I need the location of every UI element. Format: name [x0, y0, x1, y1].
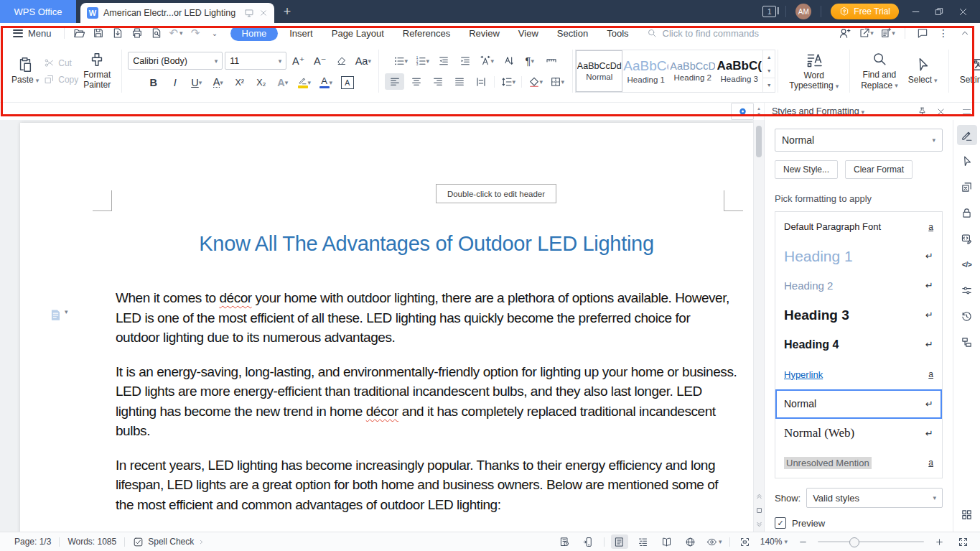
bold-button[interactable]: B [144, 74, 163, 91]
italic-button[interactable]: I [165, 74, 185, 91]
tab-close-icon[interactable] [259, 9, 268, 17]
panel-close-icon[interactable] [936, 107, 946, 116]
open-file-button[interactable] [70, 24, 89, 42]
style-item-unresolved-mention[interactable]: Unresolved Mentiona [775, 448, 942, 478]
collapse-ribbon-button[interactable] [955, 24, 974, 42]
document-tab[interactable]: W American Electr...or LED Lighting [80, 3, 274, 23]
browse-object-button[interactable] [757, 503, 762, 517]
misspelled-word[interactable]: décor [366, 404, 398, 419]
shading-button[interactable]: ▾ [526, 73, 545, 90]
font-size-select[interactable]: 11▾ [225, 52, 286, 70]
spell-check-button[interactable]: Spell Check [133, 537, 205, 547]
tab-section[interactable]: Section [548, 26, 597, 41]
minimize-button[interactable] [908, 6, 923, 17]
next-page-button[interactable] [755, 517, 763, 532]
previous-page-button[interactable] [755, 489, 763, 503]
superscript-button[interactable]: X² [230, 74, 249, 91]
new-tab-button[interactable]: + [274, 0, 300, 23]
text-effects-button[interactable]: A▾ [273, 74, 292, 91]
fullscreen-button[interactable] [954, 534, 971, 549]
gallery-scroll-up-icon[interactable]: ▲ [763, 50, 775, 64]
export-pdf-button[interactable] [108, 24, 128, 42]
style-heading1-cell[interactable]: AaBbCc Heading 1 [622, 50, 669, 92]
font-color-button[interactable]: A▾ [316, 74, 335, 91]
preview-checkbox[interactable]: ✓ [775, 517, 786, 529]
zoom-out-button[interactable] [794, 534, 811, 549]
scrollbar-top-arrows[interactable]: ▴▾ [754, 106, 764, 116]
history-version-button[interactable] [957, 306, 977, 326]
pushpin-icon[interactable] [917, 106, 928, 117]
selection-pane-button[interactable] [957, 151, 977, 171]
close-window-button[interactable] [956, 6, 970, 17]
style-item-normal-web[interactable]: Normal (Web)↵ [775, 419, 942, 448]
navigation-pane-button[interactable] [957, 332, 977, 352]
field-codes-button[interactable] [957, 228, 977, 249]
invite-collaborator-button[interactable] [835, 24, 854, 42]
numbered-list-button[interactable]: ▾ [412, 52, 431, 69]
clear-formatting-button[interactable] [332, 52, 351, 69]
character-border-button[interactable]: A [337, 74, 357, 91]
help-button[interactable] [957, 358, 977, 378]
page-view-button[interactable] [611, 534, 628, 549]
document-paragraph-3[interactable]: In recent years, LED lighting has become… [116, 455, 737, 515]
zoom-in-button[interactable] [930, 534, 948, 549]
show-styles-select[interactable]: Valid styles▾ [806, 488, 943, 508]
style-item-heading-3[interactable]: Heading 3↵ [775, 300, 942, 330]
print-preview-button[interactable] [147, 24, 167, 42]
distribute-text-button[interactable] [471, 73, 490, 90]
protect-document-button[interactable] [957, 203, 977, 223]
tab-page-layout[interactable]: Page Layout [322, 26, 393, 41]
format-painter-button[interactable]: FormatPainter [78, 50, 116, 92]
style-normal-cell[interactable]: AaBbCcDd Normal [576, 50, 622, 92]
undo-dropdown-icon[interactable]: ▾ [179, 29, 183, 37]
document-paragraph-2[interactable]: It is an energy-saving, long-lasting, an… [116, 362, 737, 441]
reading-location-button[interactable] [731, 103, 754, 120]
options-pane-button[interactable] [957, 280, 977, 300]
style-item-default-paragraph-font[interactable]: Default Paragraph Fonta [775, 212, 942, 241]
highlight-color-button[interactable]: ▾ [294, 74, 314, 91]
customize-quick-access-button[interactable]: ⌄ [205, 24, 225, 42]
document-page[interactable]: Double-click to edit header ▾ Know All T… [20, 123, 753, 532]
presentation-mode-icon[interactable] [244, 8, 254, 18]
new-style-button[interactable]: New Style... [775, 160, 838, 179]
tab-settings-button[interactable] [541, 52, 561, 69]
tab-references[interactable]: References [393, 26, 459, 41]
character-scale-button[interactable]: ▾ [477, 52, 496, 69]
command-search-input[interactable] [661, 27, 779, 40]
paste-button[interactable]: Paste [6, 55, 44, 87]
style-item-normal[interactable]: Normal↵ [775, 389, 942, 419]
panel-title[interactable]: Styles and Formatting [772, 106, 864, 116]
align-right-button[interactable] [428, 73, 447, 90]
cut-button[interactable]: Cut [44, 57, 78, 68]
document-history-button[interactable] [556, 534, 574, 549]
restore-window-button[interactable] [932, 6, 946, 17]
document-title[interactable]: Know All The Advantages of Outdoor LED L… [116, 231, 737, 256]
zoom-slider-handle[interactable] [849, 537, 859, 547]
tab-home[interactable]: Home [230, 26, 279, 41]
paragraph-options-icon[interactable]: ▾ [49, 308, 68, 322]
style-heading3-cell[interactable]: AaBbC( Heading 3 [716, 50, 762, 92]
read-mode-button[interactable] [658, 534, 676, 549]
font-family-select[interactable]: Calibri (Body)▾ [128, 52, 223, 70]
line-spacing-button[interactable]: ▾ [498, 73, 518, 90]
undo-button[interactable]: ↶▾ [167, 24, 186, 42]
share-button[interactable]: ▾ [857, 24, 876, 42]
select-button[interactable]: Select [903, 55, 943, 87]
zoom-slider[interactable] [818, 541, 924, 542]
tab-tools[interactable]: Tools [597, 26, 638, 41]
view-code-button[interactable]: </> [957, 254, 977, 274]
text-direction-button[interactable] [498, 52, 518, 69]
fit-page-button[interactable] [737, 534, 754, 549]
menu-button[interactable]: Menu [6, 28, 59, 39]
underline-button[interactable]: U▾ [187, 74, 206, 91]
clear-format-button[interactable]: Clear Format [845, 160, 913, 179]
decrease-indent-button[interactable] [434, 52, 453, 69]
eye-protection-button[interactable]: ▾ [706, 534, 723, 549]
strikethrough-button[interactable]: A▾ [208, 74, 228, 91]
style-item-heading-1[interactable]: Heading 1↵ [775, 241, 942, 271]
vertical-scrollbar[interactable] [753, 120, 764, 532]
increase-font-button[interactable]: A⁺ [289, 52, 308, 69]
style-item-heading-2[interactable]: Heading 2↵ [775, 271, 942, 300]
print-button[interactable] [128, 24, 147, 42]
window-layout-icon[interactable]: 1 [762, 6, 776, 17]
